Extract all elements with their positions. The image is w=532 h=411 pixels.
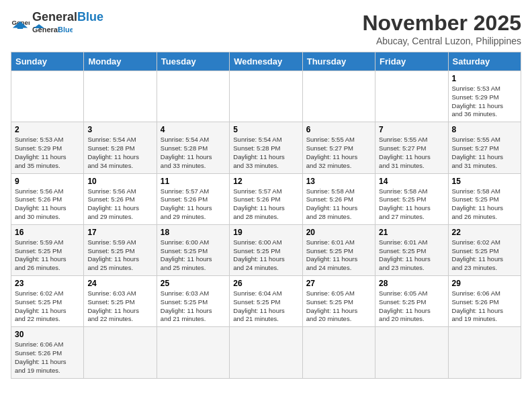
- day-number: 17: [87, 228, 152, 237]
- calendar-cell: 4Sunrise: 5:54 AM Sunset: 5:28 PM Daylig…: [157, 122, 229, 173]
- week-row-1: 1Sunrise: 5:53 AM Sunset: 5:29 PM Daylig…: [11, 71, 521, 122]
- calendar-cell: 26Sunrise: 6:04 AM Sunset: 5:25 PM Dayli…: [230, 276, 302, 327]
- day-info: Sunrise: 5:54 AM Sunset: 5:28 PM Dayligh…: [161, 136, 226, 170]
- calendar-cell: 7Sunrise: 5:55 AM Sunset: 5:27 PM Daylig…: [375, 122, 448, 173]
- day-info: Sunrise: 5:54 AM Sunset: 5:28 PM Dayligh…: [87, 136, 152, 170]
- calendar-cell: 22Sunrise: 6:02 AM Sunset: 5:25 PM Dayli…: [448, 224, 521, 275]
- day-info: Sunrise: 6:05 AM Sunset: 5:25 PM Dayligh…: [379, 289, 444, 324]
- calendar-cell: 2Sunrise: 5:53 AM Sunset: 5:29 PM Daylig…: [11, 122, 84, 173]
- calendar-cell: 18Sunrise: 6:00 AM Sunset: 5:25 PM Dayli…: [157, 224, 229, 275]
- day-number: 1: [452, 74, 517, 83]
- day-number: 26: [233, 279, 298, 288]
- day-number: 10: [87, 177, 152, 186]
- day-info: Sunrise: 5:57 AM Sunset: 5:26 PM Dayligh…: [233, 187, 298, 222]
- day-number: 29: [452, 279, 517, 288]
- weekday-header-sunday: Sunday: [11, 52, 84, 71]
- day-number: 6: [306, 125, 371, 134]
- svg-text:Blue: Blue: [58, 26, 73, 34]
- calendar-cell: 24Sunrise: 6:03 AM Sunset: 5:25 PM Dayli…: [84, 276, 157, 327]
- weekday-header-wednesday: Wednesday: [230, 52, 302, 71]
- calendar-cell: [375, 327, 448, 378]
- week-row-6: 30Sunrise: 6:06 AM Sunset: 5:26 PM Dayli…: [11, 327, 521, 378]
- calendar-cell: 5Sunrise: 5:54 AM Sunset: 5:28 PM Daylig…: [230, 122, 302, 173]
- day-number: 24: [87, 279, 152, 288]
- calendar-cell: 8Sunrise: 5:55 AM Sunset: 5:27 PM Daylig…: [448, 122, 521, 173]
- day-number: 18: [161, 228, 226, 237]
- calendar-cell: [448, 327, 521, 378]
- weekday-header-saturday: Saturday: [448, 52, 521, 71]
- day-number: 20: [306, 228, 371, 237]
- calendar-cell: 11Sunrise: 5:57 AM Sunset: 5:26 PM Dayli…: [157, 173, 229, 224]
- calendar-header: SundayMondayTuesdayWednesdayThursdayFrid…: [11, 52, 521, 71]
- calendar-cell: 13Sunrise: 5:58 AM Sunset: 5:26 PM Dayli…: [302, 173, 375, 224]
- day-number: 2: [15, 125, 80, 134]
- week-row-5: 23Sunrise: 6:02 AM Sunset: 5:25 PM Dayli…: [11, 276, 521, 327]
- calendar-cell: [302, 327, 375, 378]
- calendar-cell: 21Sunrise: 6:01 AM Sunset: 5:25 PM Dayli…: [375, 224, 448, 275]
- logo: General GeneralBlue General Blue: [11, 11, 103, 38]
- day-number: 16: [15, 228, 80, 237]
- calendar-cell: 19Sunrise: 6:00 AM Sunset: 5:25 PM Dayli…: [230, 224, 302, 275]
- day-number: 5: [233, 125, 298, 134]
- day-number: 14: [379, 177, 444, 186]
- calendar-cell: 20Sunrise: 6:01 AM Sunset: 5:25 PM Dayli…: [302, 224, 375, 275]
- calendar-cell: 16Sunrise: 5:59 AM Sunset: 5:25 PM Dayli…: [11, 224, 84, 275]
- day-info: Sunrise: 5:55 AM Sunset: 5:27 PM Dayligh…: [306, 136, 371, 170]
- calendar-cell: 3Sunrise: 5:54 AM Sunset: 5:28 PM Daylig…: [84, 122, 157, 173]
- day-info: Sunrise: 6:04 AM Sunset: 5:25 PM Dayligh…: [233, 289, 298, 324]
- calendar-cell: 15Sunrise: 5:58 AM Sunset: 5:25 PM Dayli…: [448, 173, 521, 224]
- weekday-header-monday: Monday: [84, 52, 157, 71]
- day-info: Sunrise: 6:03 AM Sunset: 5:25 PM Dayligh…: [87, 289, 152, 324]
- weekday-row: SundayMondayTuesdayWednesdayThursdayFrid…: [11, 52, 521, 71]
- day-number: 23: [15, 279, 80, 288]
- calendar-cell: [302, 71, 375, 122]
- day-info: Sunrise: 5:58 AM Sunset: 5:25 PM Dayligh…: [452, 187, 517, 222]
- calendar-cell: 6Sunrise: 5:55 AM Sunset: 5:27 PM Daylig…: [302, 122, 375, 173]
- day-info: Sunrise: 6:01 AM Sunset: 5:25 PM Dayligh…: [306, 238, 371, 273]
- day-number: 4: [161, 125, 226, 134]
- day-info: Sunrise: 6:06 AM Sunset: 5:26 PM Dayligh…: [15, 340, 80, 375]
- weekday-header-thursday: Thursday: [302, 52, 375, 71]
- logo-text: GeneralBlue: [32, 11, 103, 23]
- week-row-4: 16Sunrise: 5:59 AM Sunset: 5:25 PM Dayli…: [11, 224, 521, 275]
- day-info: Sunrise: 6:05 AM Sunset: 5:25 PM Dayligh…: [306, 289, 371, 324]
- day-info: Sunrise: 6:01 AM Sunset: 5:25 PM Dayligh…: [379, 238, 444, 273]
- day-info: Sunrise: 5:53 AM Sunset: 5:29 PM Dayligh…: [15, 136, 80, 170]
- calendar-cell: [84, 71, 157, 122]
- day-number: 27: [306, 279, 371, 288]
- calendar-table: SundayMondayTuesdayWednesdayThursdayFrid…: [11, 52, 521, 379]
- day-info: Sunrise: 5:53 AM Sunset: 5:29 PM Dayligh…: [452, 85, 517, 119]
- day-number: 13: [306, 177, 371, 186]
- calendar-cell: [157, 71, 229, 122]
- logo-icon: General: [11, 15, 30, 34]
- day-info: Sunrise: 6:02 AM Sunset: 5:25 PM Dayligh…: [452, 238, 517, 273]
- day-number: 25: [161, 279, 226, 288]
- day-number: 3: [87, 125, 152, 134]
- day-info: Sunrise: 5:57 AM Sunset: 5:26 PM Dayligh…: [161, 187, 226, 222]
- day-info: Sunrise: 6:00 AM Sunset: 5:25 PM Dayligh…: [161, 238, 226, 273]
- calendar-cell: 27Sunrise: 6:05 AM Sunset: 5:25 PM Dayli…: [302, 276, 375, 327]
- day-info: Sunrise: 5:55 AM Sunset: 5:27 PM Dayligh…: [452, 136, 517, 170]
- calendar-cell: 1Sunrise: 5:53 AM Sunset: 5:29 PM Daylig…: [448, 71, 521, 122]
- day-info: Sunrise: 5:56 AM Sunset: 5:26 PM Dayligh…: [15, 187, 80, 222]
- calendar-cell: 9Sunrise: 5:56 AM Sunset: 5:26 PM Daylig…: [11, 173, 84, 224]
- month-year: November 2025: [362, 11, 521, 36]
- day-number: 9: [15, 177, 80, 186]
- day-info: Sunrise: 5:59 AM Sunset: 5:25 PM Dayligh…: [15, 238, 80, 273]
- calendar-cell: [84, 327, 157, 378]
- day-number: 15: [452, 177, 517, 186]
- calendar-cell: 10Sunrise: 5:56 AM Sunset: 5:26 PM Dayli…: [84, 173, 157, 224]
- day-number: 8: [452, 125, 517, 134]
- calendar-cell: 14Sunrise: 5:58 AM Sunset: 5:25 PM Dayli…: [375, 173, 448, 224]
- calendar-cell: 12Sunrise: 5:57 AM Sunset: 5:26 PM Dayli…: [230, 173, 302, 224]
- day-info: Sunrise: 5:56 AM Sunset: 5:26 PM Dayligh…: [87, 187, 152, 222]
- day-info: Sunrise: 5:59 AM Sunset: 5:25 PM Dayligh…: [87, 238, 152, 273]
- day-info: Sunrise: 6:02 AM Sunset: 5:25 PM Dayligh…: [15, 289, 80, 324]
- day-info: Sunrise: 6:06 AM Sunset: 5:26 PM Dayligh…: [452, 289, 517, 324]
- day-info: Sunrise: 5:58 AM Sunset: 5:26 PM Dayligh…: [306, 187, 371, 222]
- calendar-cell: [375, 71, 448, 122]
- day-info: Sunrise: 6:00 AM Sunset: 5:25 PM Dayligh…: [233, 238, 298, 273]
- day-info: Sunrise: 5:58 AM Sunset: 5:25 PM Dayligh…: [379, 187, 444, 222]
- calendar-body: 1Sunrise: 5:53 AM Sunset: 5:29 PM Daylig…: [11, 71, 521, 379]
- calendar-cell: 28Sunrise: 6:05 AM Sunset: 5:25 PM Dayli…: [375, 276, 448, 327]
